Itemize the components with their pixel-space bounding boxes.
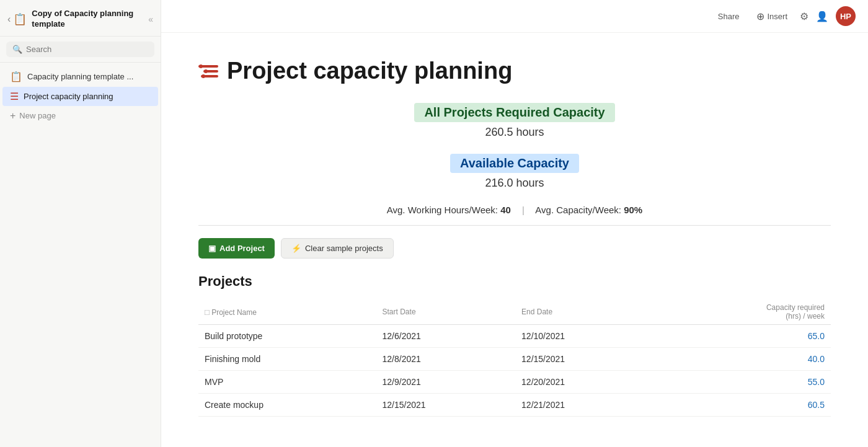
cell-end-date: 12/15/2021 <box>515 348 655 371</box>
share-label: Share <box>718 12 740 21</box>
nav-icon-capacity-template: 📋 <box>10 71 22 82</box>
sidebar-title: Copy of Capacity planning template <box>32 9 148 30</box>
avg-row: Avg. Working Hours/Week: 40 | Avg. Capac… <box>198 205 831 226</box>
col-icon-name: □ <box>205 308 210 317</box>
main-area: Share ⊕ Insert ⚙ 👤 HP Project capaci <box>161 0 868 447</box>
insert-label: Insert <box>767 12 787 21</box>
metrics-section: All Projects Required Capacity 260.5 hou… <box>198 103 831 190</box>
avg-capacity-week-label: Avg. Capacity/Week: <box>535 205 621 215</box>
col-header-start: Start Date <box>376 299 516 325</box>
cell-capacity: 65.0 <box>655 325 831 348</box>
new-page-button[interactable]: + New page <box>2 107 158 125</box>
nav-label-capacity-template: Capacity planning template ... <box>27 72 133 81</box>
add-project-button[interactable]: ▣ Add Project <box>198 238 275 259</box>
insert-button[interactable]: ⊕ Insert <box>751 8 792 25</box>
all-projects-label: All Projects Required Capacity <box>414 103 614 122</box>
add-project-icon: ▣ <box>208 244 216 253</box>
col-header-end: End Date <box>515 299 655 325</box>
projects-table: □ Project Name Start Date End Date Capac… <box>198 299 831 417</box>
cell-project-name: Finishing mold <box>198 348 376 371</box>
nav-label-project-capacity: Project capacity planning <box>24 92 113 101</box>
available-capacity-metric: Available Capacity 216.0 hours <box>198 154 831 190</box>
settings-icon[interactable]: ⚙ <box>800 11 808 22</box>
cell-capacity: 60.5 <box>655 394 831 417</box>
add-project-label: Add Project <box>219 244 265 253</box>
insert-icon: ⊕ <box>756 11 764 22</box>
cell-end-date: 12/21/2021 <box>515 394 655 417</box>
cell-start-date: 12/9/2021 <box>376 371 516 394</box>
col-header-name: □ Project Name <box>198 299 376 325</box>
back-button[interactable]: ‹ <box>7 14 11 25</box>
sidebar-title-row: 📋 Copy of Capacity planning template <box>13 9 148 30</box>
cell-project-name: Create mockup <box>198 394 376 417</box>
content-area: Project capacity planning All Projects R… <box>161 33 868 447</box>
cell-start-date: 12/8/2021 <box>376 348 516 371</box>
avatar[interactable]: HP <box>836 6 856 26</box>
new-page-plus-icon: + <box>10 110 16 122</box>
available-label: Available Capacity <box>450 154 579 173</box>
table-row: MVP 12/9/2021 12/20/2021 55.0 <box>198 371 831 394</box>
projects-heading: Projects <box>198 273 831 290</box>
sidebar-nav: 📋 Capacity planning template ... ☰ Proje… <box>0 63 161 447</box>
table-row: Finishing mold 12/8/2021 12/15/2021 40.0 <box>198 348 831 371</box>
user-icon[interactable]: 👤 <box>816 11 828 22</box>
action-row: ▣ Add Project ⚡ Clear sample projects <box>198 238 831 259</box>
svg-point-4 <box>204 69 208 73</box>
cell-project-name: Build prototype <box>198 325 376 348</box>
avg-working-hours-label: Avg. Working Hours/Week: <box>387 205 498 215</box>
sidebar-emoji: 📋 <box>13 12 27 26</box>
cell-capacity: 40.0 <box>655 348 831 371</box>
search-input[interactable] <box>26 45 148 54</box>
cell-start-date: 12/6/2021 <box>376 325 516 348</box>
sidebar: ‹ 📋 Copy of Capacity planning template «… <box>0 0 161 447</box>
cell-end-date: 12/10/2021 <box>515 325 655 348</box>
table-row: Create mockup 12/15/2021 12/21/2021 60.5 <box>198 394 831 417</box>
cell-project-name: MVP <box>198 371 376 394</box>
sidebar-item-capacity-template[interactable]: 📋 Capacity planning template ... <box>2 67 158 86</box>
clear-sample-label: Clear sample projects <box>305 244 383 253</box>
available-value: 216.0 hours <box>198 177 831 190</box>
svg-point-3 <box>199 64 203 68</box>
cell-end-date: 12/20/2021 <box>515 371 655 394</box>
col-header-capacity: Capacity required(hrs) / week <box>655 299 831 325</box>
avg-capacity-week-value: 90% <box>624 205 642 215</box>
svg-point-5 <box>202 74 205 78</box>
lightning-icon: ⚡ <box>291 244 301 253</box>
share-button[interactable]: Share <box>713 9 745 24</box>
table-row: Build prototype 12/6/2021 12/10/2021 65.… <box>198 325 831 348</box>
topbar: Share ⊕ Insert ⚙ 👤 HP <box>161 0 868 33</box>
avg-divider: | <box>522 205 525 215</box>
clear-sample-button[interactable]: ⚡ Clear sample projects <box>281 238 394 259</box>
page-title-row: Project capacity planning <box>198 58 831 84</box>
sidebar-header: ‹ 📋 Copy of Capacity planning template « <box>0 0 161 37</box>
cell-capacity: 55.0 <box>655 371 831 394</box>
table-header-row: □ Project Name Start Date End Date Capac… <box>198 299 831 325</box>
search-wrap: 🔍 <box>6 42 154 57</box>
search-icon: 🔍 <box>12 45 22 54</box>
all-projects-metric: All Projects Required Capacity 260.5 hou… <box>198 103 831 139</box>
avg-working-hours-value: 40 <box>500 205 511 215</box>
nav-icon-project-capacity: ☰ <box>10 91 19 102</box>
page-title: Project capacity planning <box>227 58 512 84</box>
new-page-label: New page <box>19 111 56 120</box>
all-projects-value: 260.5 hours <box>198 126 831 139</box>
collapse-button[interactable]: « <box>148 14 153 24</box>
sidebar-item-project-capacity[interactable]: ☰ Project capacity planning <box>2 87 158 106</box>
sidebar-search-area: 🔍 <box>0 37 161 63</box>
cell-start-date: 12/15/2021 <box>376 394 516 417</box>
page-title-icon <box>198 63 218 80</box>
